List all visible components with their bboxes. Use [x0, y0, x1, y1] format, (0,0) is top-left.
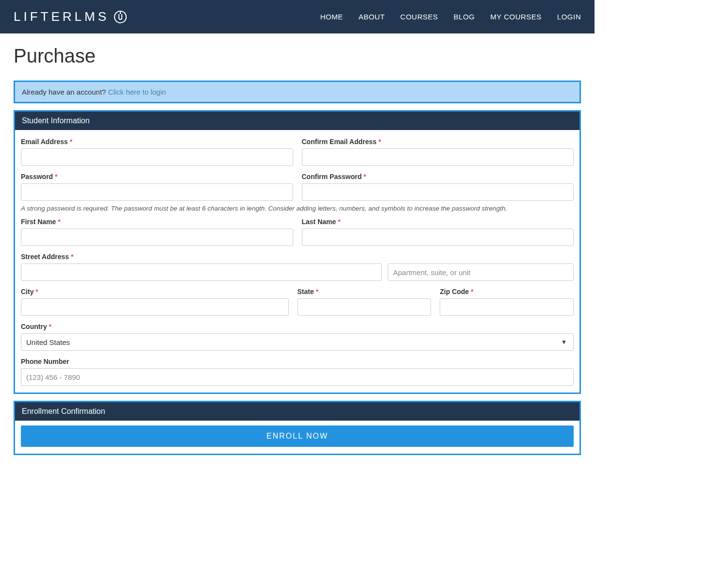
confirm-password-group: Confirm Password *	[302, 170, 574, 201]
password-label: Password *	[21, 173, 293, 180]
city-group: City *	[21, 285, 289, 316]
city-label: City *	[21, 288, 289, 295]
country-label: Country *	[21, 323, 574, 330]
nav-my-courses[interactable]: MY COURSES	[490, 13, 542, 21]
first-name-group: First Name *	[21, 215, 293, 246]
street-group: Street Address *	[21, 250, 574, 281]
email-group: Email Address *	[21, 135, 293, 166]
state-label: State *	[298, 288, 431, 295]
nav-blog[interactable]: BLOG	[454, 13, 475, 21]
email-input[interactable]	[21, 148, 293, 166]
student-info-header: Student Information	[15, 112, 579, 130]
nav-about[interactable]: ABOUT	[359, 13, 385, 21]
password-group: Password *	[21, 170, 293, 201]
password-hint: A strong password is required. The passw…	[21, 205, 574, 212]
state-group: State *	[298, 285, 431, 316]
nav-login[interactable]: LOGIN	[557, 13, 581, 21]
nav-courses[interactable]: COURSES	[400, 13, 438, 21]
state-input[interactable]	[298, 298, 431, 316]
logo-icon	[114, 11, 127, 23]
site-header: LIFTERLMS HOME ABOUT COURSES BLOG MY COU…	[0, 0, 595, 33]
site-logo: LIFTERLMS	[14, 9, 127, 24]
street-label: Street Address *	[21, 253, 574, 261]
city-input[interactable]	[21, 298, 289, 316]
password-input[interactable]	[21, 183, 293, 201]
enrollment-header: Enrollment Confirmation	[15, 402, 579, 421]
confirm-email-label: Confirm Email Address *	[302, 138, 574, 146]
street-input[interactable]	[21, 263, 382, 281]
zip-group: Zip Code *	[440, 285, 574, 316]
phone-input[interactable]	[21, 368, 574, 386]
last-name-input[interactable]	[302, 229, 574, 246]
student-info-panel: Student Information Email Address * Conf…	[14, 110, 581, 394]
phone-group: Phone Number	[21, 355, 574, 386]
last-name-label: Last Name *	[302, 218, 574, 226]
country-select[interactable]: United States	[21, 333, 574, 351]
confirm-password-input[interactable]	[302, 183, 574, 201]
logo-text: LIFTERLMS	[14, 9, 109, 24]
phone-label: Phone Number	[21, 358, 574, 365]
first-name-label: First Name *	[21, 218, 293, 226]
login-notice: Already have an account? Click here to l…	[14, 81, 581, 103]
email-label: Email Address *	[21, 138, 293, 146]
enroll-button[interactable]: ENROLL NOW	[21, 426, 574, 447]
enrollment-panel: Enrollment Confirmation ENROLL NOW	[14, 401, 581, 455]
page-title: Purchase	[14, 45, 581, 67]
apt-input[interactable]	[388, 263, 574, 281]
zip-label: Zip Code *	[440, 288, 574, 295]
zip-input[interactable]	[440, 298, 574, 316]
notice-text: Already have an account?	[22, 88, 108, 96]
country-group: Country * United States ▼	[21, 320, 574, 351]
login-link[interactable]: Click here to login	[108, 88, 166, 96]
primary-nav: HOME ABOUT COURSES BLOG MY COURSES LOGIN	[320, 13, 581, 21]
confirm-email-input[interactable]	[302, 148, 574, 166]
nav-home[interactable]: HOME	[320, 13, 343, 21]
last-name-group: Last Name *	[302, 215, 574, 246]
confirm-email-group: Confirm Email Address *	[302, 135, 574, 166]
confirm-password-label: Confirm Password *	[302, 173, 574, 180]
first-name-input[interactable]	[21, 229, 293, 246]
